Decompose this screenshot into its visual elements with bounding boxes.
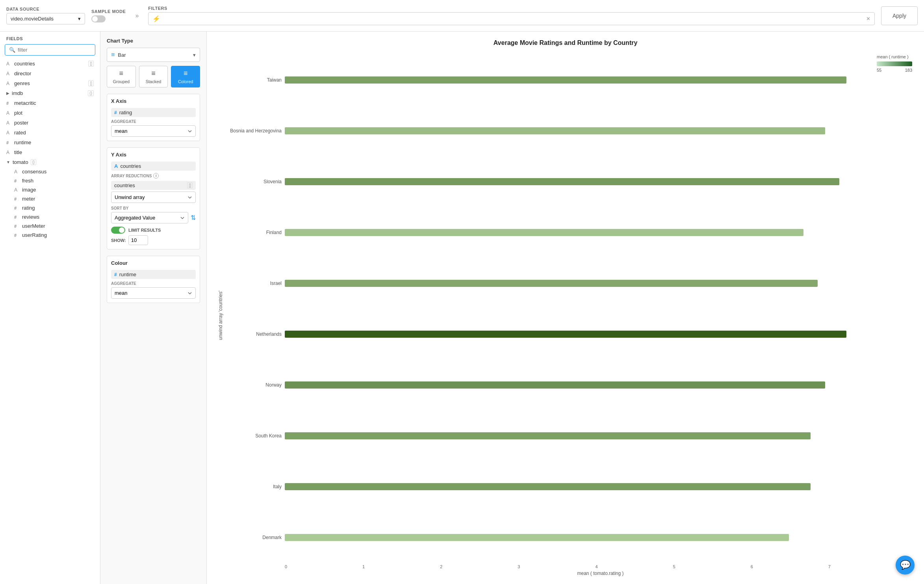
sidebar-item-tomato-fresh[interactable]: #fresh bbox=[8, 176, 100, 185]
sidebar-item-countries[interactable]: Acountries[] bbox=[0, 59, 100, 69]
chart-bars-section: Taiwan Bosnia and Herzegovina Slovenia F… bbox=[226, 54, 869, 563]
chart-bar-row: Netherlands bbox=[226, 328, 861, 340]
group-badge: {} bbox=[31, 159, 37, 165]
top-bar: Data Source video.movieDetails ▾ Sample … bbox=[0, 0, 924, 32]
x-axis-section: X Axis # rating AGGREGATE mean bbox=[107, 94, 200, 141]
num-icon: # bbox=[14, 224, 20, 229]
field-name: userMeter bbox=[22, 223, 94, 229]
datasource-value: video.movieDetails bbox=[11, 16, 54, 22]
str-icon: A bbox=[14, 187, 20, 193]
show-input[interactable] bbox=[128, 235, 148, 245]
field-name: imdb bbox=[12, 90, 85, 96]
x-tick: 2 bbox=[440, 564, 442, 569]
sample-mode-label: Sample Mode bbox=[91, 9, 126, 14]
datasource-select[interactable]: video.movieDetails ▾ bbox=[6, 13, 85, 24]
filters-section: Filters ⚡ ✕ bbox=[148, 6, 875, 25]
colored-style-button[interactable]: ≡ Colored bbox=[171, 66, 200, 87]
stacked-icon: ≡ bbox=[151, 69, 156, 78]
sidebar-item-tomato-userRating[interactable]: #userRating bbox=[8, 231, 100, 240]
country-label: Slovenia bbox=[226, 179, 282, 184]
sidebar: FIELDS 🔍 Acountries[]AdirectorAgenres[]▶… bbox=[0, 32, 100, 584]
chart-bar-row: Bosnia and Herzegovina bbox=[226, 125, 861, 137]
fields-header: FIELDS bbox=[0, 32, 100, 44]
x-axis-field-icon: # bbox=[114, 110, 117, 115]
sort-by-select[interactable]: Aggregated Value bbox=[111, 212, 188, 223]
sidebar-item-tomato-consensus[interactable]: Aconsensus bbox=[8, 167, 100, 176]
array-field-name: countries bbox=[114, 182, 135, 188]
chart-bar-row: Norway bbox=[226, 379, 861, 391]
colour-aggregate-select[interactable]: mean bbox=[111, 287, 196, 299]
chart-bar-row: Slovenia bbox=[226, 176, 861, 188]
sidebar-item-rated[interactable]: Arated bbox=[0, 128, 100, 138]
array-reductions-info-icon[interactable]: i bbox=[153, 173, 159, 179]
sidebar-item-director[interactable]: Adirector bbox=[0, 69, 100, 78]
legend-max: 183 bbox=[905, 68, 912, 73]
x-tick: 6 bbox=[751, 564, 753, 569]
filter-input-row[interactable]: ⚡ ✕ bbox=[148, 12, 875, 25]
sort-direction-icon[interactable]: ⇅ bbox=[191, 214, 196, 221]
chat-button[interactable]: 💬 bbox=[896, 556, 915, 575]
field-name: genres bbox=[14, 80, 86, 86]
tomato-sub-fields: Aconsensus#freshAimage#meter#rating#revi… bbox=[0, 167, 100, 240]
str-icon: A bbox=[14, 169, 20, 175]
search-input[interactable] bbox=[18, 47, 91, 53]
chart-type-name: Bar bbox=[118, 52, 190, 58]
arrow-divider: » bbox=[132, 12, 142, 19]
limit-results-toggle[interactable] bbox=[111, 227, 125, 234]
sidebar-item-plot[interactable]: Aplot bbox=[0, 108, 100, 118]
sidebar-item-poster[interactable]: Aposter bbox=[0, 118, 100, 128]
country-label: Denmark bbox=[226, 535, 282, 540]
search-box[interactable]: 🔍 bbox=[5, 44, 95, 56]
array-field-row: countries [] bbox=[111, 181, 196, 190]
sidebar-item-tomato-reviews[interactable]: #reviews bbox=[8, 212, 100, 221]
sidebar-item-imdb[interactable]: ▶imdb{} bbox=[0, 88, 100, 98]
field-name: rating bbox=[22, 205, 94, 211]
sidebar-item-runtime[interactable]: #runtime bbox=[0, 138, 100, 147]
field-badge: {} bbox=[88, 90, 94, 96]
apply-button[interactable]: Apply bbox=[881, 6, 918, 25]
chart-y-label: unwind array 'countries' bbox=[218, 290, 223, 340]
sidebar-item-tomato-rating[interactable]: #rating bbox=[8, 203, 100, 212]
chart-type-title: Chart Type bbox=[107, 38, 200, 44]
bar-styles-group: ≡ Grouped ≡ Stacked ≡ Colored bbox=[107, 66, 200, 87]
chart-container: unwind array 'countries' Taiwan Bosnia a… bbox=[215, 54, 916, 576]
sidebar-item-metacritic[interactable]: #metacritic bbox=[0, 98, 100, 108]
sidebar-item-tomato-meter[interactable]: #meter bbox=[8, 194, 100, 203]
field-badge: [] bbox=[88, 61, 94, 67]
stacked-style-button[interactable]: ≡ Stacked bbox=[139, 66, 168, 87]
x-tick: 0 bbox=[285, 564, 287, 569]
chart-type-select[interactable]: ≡ Bar ▾ bbox=[107, 48, 200, 62]
colored-icon: ≡ bbox=[184, 69, 188, 78]
filter-clear-icon[interactable]: ✕ bbox=[866, 16, 870, 22]
num-icon: # bbox=[6, 101, 12, 106]
chart-bar-row: Italy bbox=[226, 481, 861, 493]
num-icon: # bbox=[14, 179, 20, 183]
num-icon: # bbox=[14, 197, 20, 201]
sidebar-item-tomato-userMeter[interactable]: #userMeter bbox=[8, 221, 100, 231]
str-icon: A bbox=[6, 110, 12, 116]
field-name: poster bbox=[14, 120, 94, 126]
sample-mode-toggle[interactable] bbox=[91, 15, 106, 22]
country-label: Finland bbox=[226, 230, 282, 235]
array-reduction-select[interactable]: Unwind array bbox=[111, 192, 196, 203]
field-name: title bbox=[14, 149, 94, 155]
sidebar-item-title[interactable]: Atitle bbox=[0, 147, 100, 157]
sidebar-group-tomato[interactable]: ▼tomato{} bbox=[0, 157, 100, 167]
grouped-style-button[interactable]: ≡ Grouped bbox=[107, 66, 136, 87]
limit-toggle-knob bbox=[119, 227, 124, 233]
sidebar-item-genres[interactable]: Agenres[] bbox=[0, 78, 100, 88]
chart-type-icon: ≡ bbox=[111, 51, 115, 58]
datasource-label: Data Source bbox=[6, 7, 85, 11]
legend-gradient bbox=[877, 61, 912, 66]
field-name: reviews bbox=[22, 214, 94, 220]
sidebar-fields-list: Acountries[]AdirectorAgenres[]▶imdb{}#me… bbox=[0, 59, 100, 240]
field-name: userRating bbox=[22, 232, 94, 238]
show-label: SHOW: bbox=[111, 238, 126, 243]
sidebar-item-tomato-image[interactable]: Aimage bbox=[8, 185, 100, 194]
group-toggle-icon: ▼ bbox=[6, 160, 10, 164]
stacked-label: Stacked bbox=[146, 79, 161, 84]
field-name: runtime bbox=[14, 139, 94, 145]
chat-icon: 💬 bbox=[900, 560, 911, 570]
x-tick: 4 bbox=[595, 564, 597, 569]
x-aggregate-select[interactable]: mean bbox=[111, 125, 196, 137]
